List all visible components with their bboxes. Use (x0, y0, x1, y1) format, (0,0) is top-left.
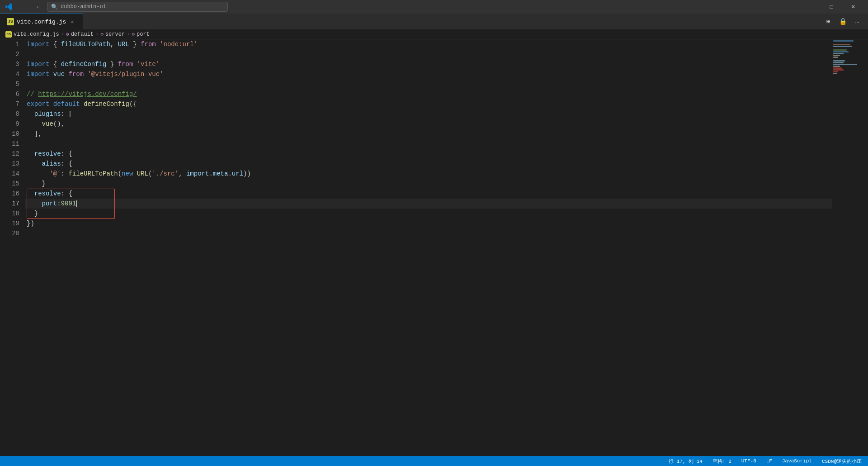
search-bar[interactable]: 🔍 dubbo-admin-ui (47, 2, 228, 12)
line-number-8: 8 (0, 109, 19, 119)
breadcrumb-port-label: port (137, 31, 150, 38)
minimap (832, 39, 868, 456)
author-info: CSDN@迷失的小庄 (820, 456, 863, 466)
line-number-2: 2 (0, 49, 19, 59)
line-numbers: 1234567891011121314151617181920 (0, 39, 25, 456)
minimap-line (833, 60, 845, 62)
titlebar-left: ← → 🔍 dubbo-admin-ui (5, 2, 228, 12)
code-line-17: port:9091 (25, 199, 832, 209)
code-line-11 (25, 139, 832, 149)
line-number-14: 14 (0, 169, 19, 179)
breadcrumb-filename: vite.config.js (14, 31, 59, 38)
code-line-10: ], (25, 129, 832, 139)
code-line-2 (25, 49, 832, 59)
code-line-3: import { defineConfig } from 'vite' (25, 59, 832, 69)
code-line-14: '@': fileURLToPath(new URL('./src', impo… (25, 169, 832, 179)
code-line-20 (25, 228, 832, 238)
code-line-1: import { fileURLToPath, URL } from 'node… (25, 39, 832, 49)
breadcrumb: JS vite.config.js › ⚙ default › ⚙ server… (0, 29, 868, 39)
eol-indicator[interactable]: LF (764, 456, 774, 466)
code-line-5 (25, 79, 832, 89)
code-line-6: // https://vitejs.dev/config/ (25, 89, 832, 99)
line-number-10: 10 (0, 129, 19, 139)
spaces-label: 空格: 2 (712, 458, 731, 465)
search-icon: 🔍 (51, 4, 58, 10)
breadcrumb-server-label: server (105, 31, 125, 38)
language-indicator[interactable]: JavaScript (780, 456, 814, 466)
code-line-13: alias: { (25, 159, 832, 169)
code-line-12: resolve: { (25, 149, 832, 159)
titlebar-nav: ← → (17, 2, 42, 12)
lock-icon[interactable]: 🔒 (836, 15, 849, 27)
line-number-17: 17 (0, 199, 19, 209)
minimap-line (833, 57, 838, 58)
tabbar: JS vite.config.js ✕ ⊞ 🔒 … (0, 14, 868, 29)
breadcrumb-sym-icon-3: ⚙ (132, 31, 135, 37)
breadcrumb-default[interactable]: ⚙ default (66, 31, 94, 38)
vscode-logo-icon (5, 3, 13, 11)
line-number-6: 6 (0, 89, 19, 99)
close-button[interactable]: ✕ (843, 0, 863, 14)
tab-close-button[interactable]: ✕ (69, 18, 76, 25)
cursor-position[interactable]: 行 17, 列 14 (667, 456, 704, 466)
back-button[interactable]: ← (17, 2, 29, 12)
breadcrumb-default-label: default (71, 31, 94, 38)
eol-label: LF (766, 458, 772, 464)
encoding-label: UTF-8 (741, 458, 756, 464)
minimap-line (833, 71, 838, 72)
code-line-7: export default defineConfig({ (25, 99, 832, 109)
minimap-line (833, 49, 847, 51)
minimap-line (833, 46, 852, 47)
tab-label: vite.config.js (17, 19, 66, 25)
breadcrumb-server[interactable]: ⚙ server (100, 31, 125, 38)
spaces-indicator[interactable]: 空格: 2 (711, 456, 733, 466)
line-number-11: 11 (0, 139, 19, 149)
search-text: dubbo-admin-ui (61, 4, 106, 10)
line-number-19: 19 (0, 219, 19, 228)
editor-top-icons: ⊞ 🔒 … (822, 15, 868, 29)
forward-button[interactable]: → (31, 2, 42, 12)
minimap-line (833, 73, 837, 74)
more-actions-icon[interactable]: … (851, 15, 863, 27)
code-editor[interactable]: import { fileURLToPath, URL } from 'node… (25, 39, 832, 456)
code-line-18: } (25, 209, 832, 219)
statusbar: 行 17, 列 14 空格: 2 UTF-8 LF JavaScript CSD… (0, 456, 868, 466)
minimize-button[interactable]: ─ (799, 0, 820, 14)
line-number-20: 20 (0, 228, 19, 238)
statusbar-right: 行 17, 列 14 空格: 2 UTF-8 LF JavaScript CSD… (667, 456, 863, 466)
minimap-line (833, 62, 844, 63)
line-number-16: 16 (0, 189, 19, 199)
language-label: JavaScript (782, 458, 812, 464)
breadcrumb-sep-2: › (95, 31, 99, 38)
code-line-8: plugins: [ (25, 109, 832, 119)
titlebar: ← → 🔍 dubbo-admin-ui ─ □ ✕ (0, 0, 868, 14)
code-line-4: import vue from '@vitejs/plugin-vue' (25, 69, 832, 79)
author-label: CSDN@迷失的小庄 (822, 458, 862, 465)
titlebar-window-controls: ─ □ ✕ (799, 0, 863, 14)
code-line-19: }) (25, 219, 832, 228)
breadcrumb-port[interactable]: ⚙ port (132, 31, 149, 38)
js-file-icon: JS (7, 18, 14, 25)
minimap-line (833, 55, 840, 56)
editor-area: 1234567891011121314151617181920 import {… (0, 39, 868, 456)
breadcrumb-sep-3: › (127, 31, 130, 38)
line-number-1: 1 (0, 39, 19, 49)
line-number-7: 7 (0, 99, 19, 109)
breadcrumb-sym-icon-2: ⚙ (100, 31, 104, 37)
line-number-15: 15 (0, 179, 19, 189)
code-line-16: resolve: { (25, 189, 832, 199)
code-line-9: vue(), (25, 119, 832, 129)
minimap-line (833, 53, 844, 54)
line-number-4: 4 (0, 69, 19, 79)
split-editor-icon[interactable]: ⊞ (822, 15, 835, 27)
breadcrumb-sep-1: › (61, 31, 64, 38)
text-cursor (76, 200, 77, 207)
minimap-line (833, 67, 842, 69)
maximize-button[interactable]: □ (821, 0, 842, 14)
cursor-position-label: 行 17, 列 14 (669, 458, 703, 465)
tab-vite-config[interactable]: JS vite.config.js ✕ (0, 14, 83, 29)
minimap-line (833, 51, 849, 52)
line-number-9: 9 (0, 119, 19, 129)
breadcrumb-file[interactable]: JS vite.config.js (5, 31, 59, 38)
encoding-indicator[interactable]: UTF-8 (740, 456, 758, 466)
